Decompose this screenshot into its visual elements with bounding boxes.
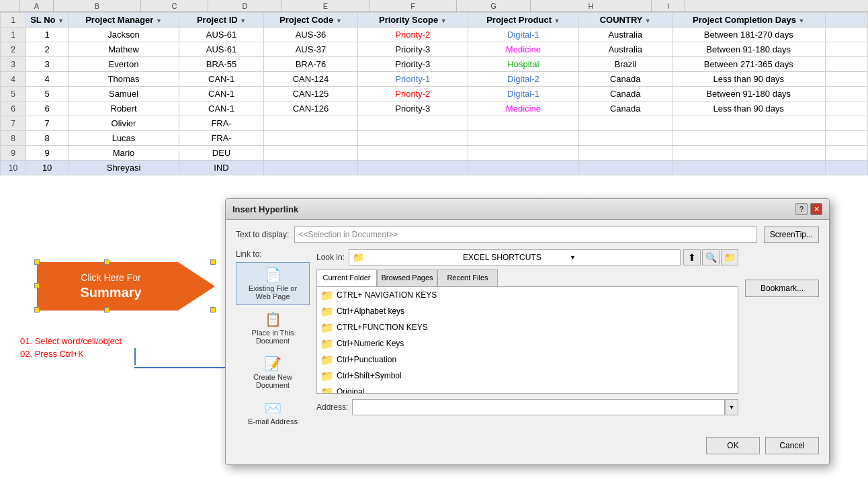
link-to-email[interactable]: ✉️ E-mail Address — [236, 395, 310, 430]
file-list-item[interactable]: 📁Ctrl+Punctuation — [317, 352, 738, 368]
cell-pcode[interactable]: CAN-125 — [264, 87, 357, 101]
cell-extra[interactable] — [825, 72, 867, 87]
cancel-button[interactable]: Cancel — [765, 437, 819, 454]
cell-pdays[interactable]: Between 91-180 days — [672, 87, 825, 101]
cell-country[interactable]: Canada — [578, 101, 672, 116]
cell-extra[interactable] — [825, 101, 867, 116]
cell-pcode[interactable]: CAN-126 — [264, 101, 357, 116]
cell-extra[interactable] — [825, 146, 867, 161]
cell-extra[interactable] — [825, 116, 867, 131]
cell-pprod[interactable] — [468, 131, 579, 146]
row-num-cell[interactable]: 1 — [1, 28, 26, 42]
browsed-pages-btn[interactable]: Browsed Pages — [377, 270, 437, 287]
cell-pm[interactable]: Thomas — [69, 72, 179, 87]
cell-slno[interactable]: 10 — [26, 161, 68, 175]
table-row[interactable]: 88LucasFRA- — [1, 131, 868, 146]
resize-handle-br[interactable] — [210, 307, 216, 313]
bookmark-button[interactable]: Bookmark... — [745, 280, 819, 297]
cell-pscope[interactable]: Priority-2 — [357, 87, 468, 101]
resize-handle-bl[interactable] — [34, 307, 40, 313]
resize-handle-tm[interactable] — [104, 259, 110, 265]
cell-pid[interactable]: CAN-1 — [179, 87, 264, 101]
resize-handle-tl[interactable] — [34, 259, 40, 265]
cell-country[interactable]: Australia — [578, 28, 672, 42]
file-list-item[interactable]: 📁CTRL+FUNCTION KEYS — [317, 319, 738, 335]
row-num-cell[interactable]: 6 — [1, 101, 26, 116]
cell-pdays[interactable] — [672, 161, 825, 175]
lookin-dropdown-arrow[interactable]: ▼ — [570, 254, 677, 261]
cell-pprod[interactable] — [468, 116, 579, 131]
dialog-close-button[interactable]: ✕ — [810, 203, 822, 215]
lookin-back-button[interactable]: ⬆ — [683, 249, 701, 265]
col-header-pm[interactable]: Project Manager ▼ — [69, 13, 179, 28]
cell-pcode[interactable]: CAN-124 — [264, 72, 357, 87]
cell-pcode[interactable]: AUS-36 — [264, 28, 357, 42]
cell-pprod[interactable]: Medicine — [468, 101, 579, 116]
cell-country[interactable] — [578, 146, 672, 161]
table-row[interactable]: 55SamuelCAN-1CAN-125Priority-2Digital-1C… — [1, 87, 868, 101]
row-num-cell[interactable]: 2 — [1, 42, 26, 57]
cell-extra[interactable] — [825, 131, 867, 146]
current-folder-btn[interactable]: Current Folder — [316, 270, 377, 287]
cell-pid[interactable]: FRA- — [179, 116, 264, 131]
row-num-cell[interactable]: 3 — [1, 57, 26, 72]
cell-pprod[interactable]: Digital-1 — [468, 28, 579, 42]
cell-slno[interactable]: 6 — [26, 101, 68, 116]
cell-slno[interactable]: 2 — [26, 42, 68, 57]
cell-slno[interactable]: 1 — [26, 28, 68, 42]
cell-extra[interactable] — [825, 28, 867, 42]
cell-pscope[interactable] — [357, 161, 468, 175]
cell-pcode[interactable] — [264, 161, 357, 175]
resize-handle-ml[interactable] — [34, 283, 40, 288]
cell-pid[interactable]: AUS-61 — [179, 42, 264, 57]
link-to-place[interactable]: 📋 Place in ThisDocument — [236, 306, 310, 349]
cell-country[interactable]: Australia — [578, 42, 672, 57]
table-row[interactable]: 99MarioDEU — [1, 146, 868, 161]
cell-pprod[interactable]: Digital-1 — [468, 87, 579, 101]
cell-slno[interactable]: 3 — [26, 57, 68, 72]
cell-extra[interactable] — [825, 57, 867, 72]
cell-slno[interactable]: 8 — [26, 131, 68, 146]
cell-country[interactable] — [578, 161, 672, 175]
cell-extra[interactable] — [825, 87, 867, 101]
address-dropdown[interactable]: ▼ — [725, 399, 738, 415]
file-list-container[interactable]: 📁CTRL+ NAVIGATION KEYS📁Ctrl+Alphabet key… — [316, 286, 738, 394]
cell-pm[interactable]: Shreyasi — [69, 161, 179, 175]
col-header-pprod[interactable]: Project Product ▼ — [468, 13, 579, 28]
cell-pdays[interactable]: Less than 90 days — [672, 101, 825, 116]
lookin-new-folder-button[interactable]: 📁 — [721, 249, 738, 265]
table-row[interactable]: 1010ShreyasiIND — [1, 161, 868, 175]
row-num-cell[interactable]: 9 — [1, 146, 26, 161]
cell-pid[interactable]: FRA- — [179, 131, 264, 146]
cell-pscope[interactable]: Priority-3 — [357, 57, 468, 72]
cell-pscope[interactable]: Priority-2 — [357, 28, 468, 42]
resize-handle-bm[interactable] — [104, 307, 110, 313]
cell-pdays[interactable]: Between 271-365 days — [672, 57, 825, 72]
file-list-item[interactable]: 📁CTRL+ NAVIGATION KEYS — [317, 287, 738, 303]
cell-pid[interactable]: CAN-1 — [179, 101, 264, 116]
cell-country[interactable]: Canada — [578, 87, 672, 101]
cell-pm[interactable]: Samuel — [69, 87, 179, 101]
col-header-slno[interactable]: SL No ▼ — [26, 13, 68, 28]
file-list-item[interactable]: 📁Original — [317, 384, 738, 394]
cell-slno[interactable]: 7 — [26, 116, 68, 131]
cell-pprod[interactable]: Hospital — [468, 57, 579, 72]
cell-pscope[interactable] — [357, 131, 468, 146]
cell-pprod[interactable] — [468, 161, 579, 175]
screentip-button[interactable]: ScreenTip... — [764, 226, 819, 243]
file-list-item[interactable]: 📁Ctrl+Alphabet keys — [317, 303, 738, 319]
row-num-cell[interactable]: 4 — [1, 72, 26, 87]
address-input[interactable] — [352, 399, 725, 415]
col-header-pdays[interactable]: Project Completion Days ▼ — [672, 13, 825, 28]
cell-slno[interactable]: 4 — [26, 72, 68, 87]
cell-pcode[interactable] — [264, 131, 357, 146]
col-header-pid[interactable]: Project ID ▼ — [179, 13, 264, 28]
cell-country[interactable] — [578, 131, 672, 146]
cell-pscope[interactable]: Priority-3 — [357, 101, 468, 116]
cell-pprod[interactable]: Medicine — [468, 42, 579, 57]
file-list-item[interactable]: 📁Ctrl+Shift+Symbol — [317, 368, 738, 384]
cell-pdays[interactable]: Less than 90 days — [672, 72, 825, 87]
row-num-cell[interactable]: 8 — [1, 131, 26, 146]
cell-pdays[interactable] — [672, 146, 825, 161]
cell-pscope[interactable]: Priority-3 — [357, 42, 468, 57]
